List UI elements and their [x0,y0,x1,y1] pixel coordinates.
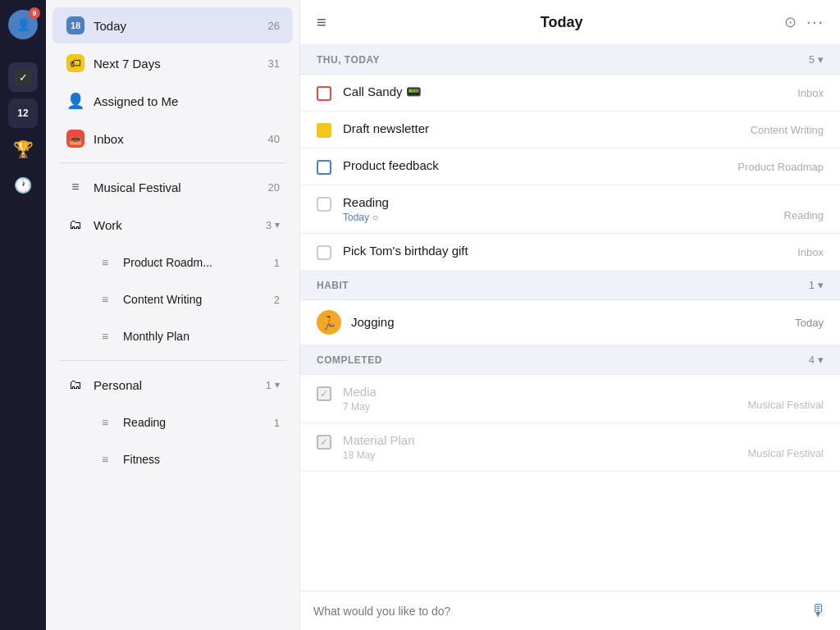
section-thu-today: THU, TODAY 5 ▾ [300,45,840,75]
nav-star[interactable]: 🏆 [8,135,38,164]
avatar[interactable]: 👤 9 [8,10,38,39]
task-project-product-feedback: Product Roadmap [737,161,824,175]
task-content-reading: Reading Today ○ [343,195,784,223]
reading-label: Reading [123,416,267,429]
sidebar-item-inbox[interactable]: 📥 Inbox 40 [52,121,293,157]
task-date-material-plan: 18 May [343,450,748,461]
personal-folder-icon: 🗂 [66,375,85,395]
fitness-label: Fitness [123,453,280,466]
more-icon[interactable]: ··· [806,11,824,33]
task-jogging[interactable]: 🏃 Jogging Today [300,300,840,345]
today-count: 26 [268,20,280,32]
content-writing-count: 2 [274,294,280,306]
sidebar-item-personal[interactable]: 🗂 Personal 1 ▾ [52,367,293,403]
work-children: ≡ Product Roadm... 1 ≡ Content Writing 2… [46,244,299,355]
task-checkbox-call-sandy[interactable] [317,86,331,101]
mic-icon[interactable]: 🎙 [810,601,827,620]
task-title-reading: Reading [343,195,389,209]
task-reading[interactable]: Reading Today ○ Reading [300,185,840,234]
next7days-label: Next 7 Days [94,57,262,71]
task-title-product-feedback: Product feedback [343,158,439,172]
task-checkbox-product-feedback[interactable] [317,160,331,175]
content-writing-icon: ≡ [95,290,115,309]
sidebar-item-fitness[interactable]: ≡ Fitness [82,441,293,477]
task-draft-newsletter[interactable]: Draft newsletter Content Writing [300,112,840,148]
content-writing-label: Content Writing [123,293,267,306]
work-label: Work [94,218,259,232]
task-checkbox-draft-newsletter[interactable] [317,123,331,138]
musical-festival-icon: ≡ [66,177,85,197]
fitness-icon: ≡ [95,450,115,469]
sidebar-item-monthly-plan[interactable]: ≡ Monthly Plan [82,318,293,354]
personal-label: Personal [94,378,259,392]
sidebar-item-assigned[interactable]: 👤 Assigned to Me [52,83,293,119]
nav-badge[interactable]: 12 [8,98,38,128]
task-checkbox-pick-gift[interactable] [317,245,331,260]
sidebar-item-product-roadmap[interactable]: ≡ Product Roadm... 1 [82,244,293,281]
section-thu-today-count: 5 ▾ [809,53,824,66]
task-checkbox-reading[interactable] [317,197,331,212]
task-content-pick-gift: Pick Tom's birthday gift [343,244,797,258]
section-habit-count: 1 ▾ [809,279,824,291]
task-title-media: Media [343,385,377,399]
inbox-badge: 📥 [66,130,84,148]
task-material-plan[interactable]: Material Plan 18 May Musical Festival [300,423,840,472]
task-input[interactable] [313,605,810,618]
task-media[interactable]: Media 7 May Musical Festival [300,375,840,423]
icon-bar: 👤 9 ✓ 12 🏆 🕐 [0,0,46,630]
sidebar-item-work[interactable]: 🗂 Work 3 ▾ [52,207,293,243]
section-completed-count: 4 ▾ [809,354,824,366]
next7days-badge: 🏷 [66,54,84,72]
task-call-sandy[interactable]: Call Sandy 📟 Inbox [300,75,840,112]
target-icon[interactable]: ⊙ [784,13,797,31]
musical-festival-label: Musical Festival [94,180,262,194]
task-title-draft-newsletter: Draft newsletter [343,121,429,135]
nav-tasks[interactable]: ✓ [8,62,38,92]
sidebar-item-next7days[interactable]: 🏷 Next 7 Days 31 [52,45,293,81]
task-project-draft-newsletter: Content Writing [751,124,824,138]
today-badge: 18 [66,16,84,34]
assigned-icon: 👤 [66,91,85,111]
task-checkbox-media[interactable] [317,386,331,401]
personal-chevron[interactable]: ▾ [275,379,280,390]
section-completed: COMPLETED 4 ▾ [300,345,840,375]
personal-count: 1 [266,379,272,391]
section-habit-label: HABIT [317,280,809,291]
today-label: Today [94,19,262,33]
menu-icon[interactable]: ≡ [317,13,326,32]
task-content-media: Media 7 May [343,385,748,413]
section-completed-label: COMPLETED [317,354,809,366]
sidebar-item-today[interactable]: 18 Today 26 [52,7,293,43]
page-title: Today [340,14,784,31]
task-title-call-sandy: Call Sandy 📟 [343,84,422,98]
next7days-count: 31 [268,57,280,70]
sidebar-item-reading[interactable]: ≡ Reading 1 [82,404,293,441]
reading-circle-icon: ○ [372,212,378,223]
content-area: THU, TODAY 5 ▾ Call Sandy 📟 Inbox Draft … [300,45,840,591]
assigned-label: Assigned to Me [94,94,280,108]
task-pick-gift[interactable]: Pick Tom's birthday gift Inbox [300,234,840,271]
sidebar-item-content-writing[interactable]: ≡ Content Writing 2 [82,281,293,317]
input-bar: 🎙 [300,591,840,630]
task-project-material-plan: Musical Festival [748,447,824,461]
today-icon: 18 [66,16,85,35]
jogging-today: Today [795,317,824,329]
task-checkbox-material-plan[interactable] [317,435,331,450]
nav-clock[interactable]: 🕐 [8,171,38,200]
reading-icon: ≡ [95,413,115,432]
monthly-plan-label: Monthly Plan [123,330,280,343]
sidebar-item-musical-festival[interactable]: ≡ Musical Festival 20 [52,169,293,205]
task-product-feedback[interactable]: Product feedback Product Roadmap [300,148,840,185]
task-project-reading: Reading [784,209,824,223]
main-panel: ≡ Today ⊙ ··· THU, TODAY 5 ▾ Call Sandy … [300,0,840,630]
work-chevron[interactable]: ▾ [275,219,280,231]
next7days-icon: 🏷 [66,53,85,73]
chevron-down-icon-completed[interactable]: ▾ [818,354,824,366]
reading-count: 1 [274,417,280,429]
musical-festival-count: 20 [268,181,280,194]
inbox-count: 40 [268,133,280,145]
personal-children: ≡ Reading 1 ≡ Fitness [46,404,299,478]
chevron-down-icon[interactable]: ▾ [818,53,824,66]
chevron-down-icon-habit[interactable]: ▾ [818,279,824,291]
product-roadmap-label: Product Roadm... [123,256,267,269]
